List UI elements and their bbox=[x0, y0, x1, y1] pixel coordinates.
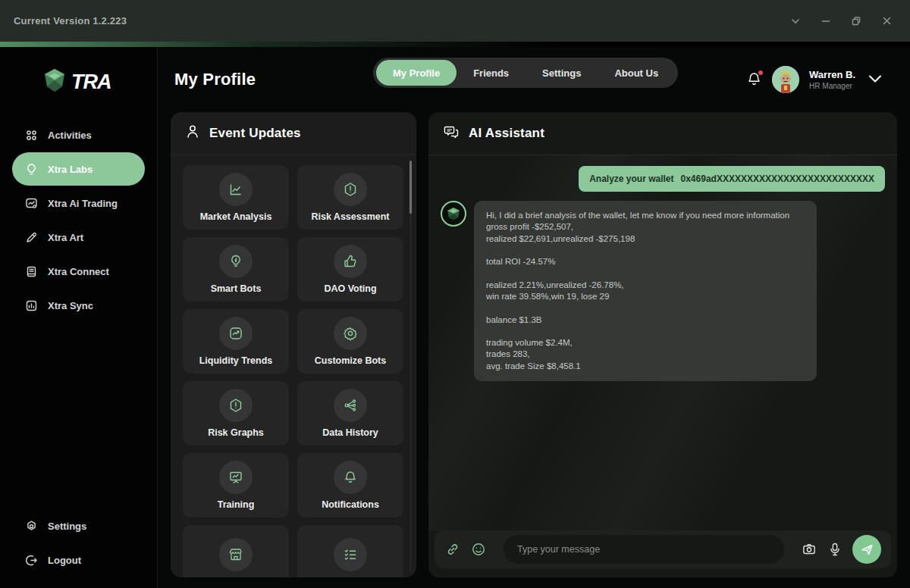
thumbs-up-icon bbox=[334, 245, 367, 278]
events-scrollbar-thumb[interactable] bbox=[410, 161, 412, 214]
card-label: Data History bbox=[322, 427, 378, 438]
card-label: Notifications bbox=[322, 499, 379, 510]
user-message-address: 0x469adXXXXXXXXXXXXXXXXXXXXXXXXXX bbox=[681, 174, 874, 184]
card-label: Customize Bots bbox=[315, 355, 386, 366]
main-header: My Profile My Profile Friends Settings A… bbox=[158, 47, 910, 112]
card-checklist[interactable] bbox=[297, 525, 403, 577]
ai-avatar bbox=[441, 201, 466, 227]
microphone-icon[interactable] bbox=[827, 541, 843, 558]
event-cards-grid: Market Analysis Risk Assessment Smart Bo… bbox=[171, 155, 416, 577]
user-name: Warren B. bbox=[809, 69, 855, 80]
sidebar-footer-nav: Settings Logout bbox=[0, 503, 157, 588]
maximize-icon[interactable] bbox=[846, 11, 866, 31]
checklist-icon bbox=[334, 538, 367, 571]
card-customize-bots[interactable]: Customize Bots bbox=[297, 309, 403, 374]
card-liquidity-trends[interactable]: Liquidity Trends bbox=[183, 309, 289, 374]
sidebar-item-xtra-labs[interactable]: Xtra Labs bbox=[12, 152, 145, 186]
sidebar-item-label: Xtra Labs bbox=[48, 164, 93, 175]
tab-settings[interactable]: Settings bbox=[526, 60, 598, 86]
send-button[interactable] bbox=[852, 535, 881, 564]
card-training[interactable]: Training bbox=[183, 453, 289, 518]
camera-icon[interactable] bbox=[801, 541, 817, 558]
sidebar-item-activities[interactable]: Activities bbox=[12, 118, 145, 152]
card-smart-bots[interactable]: Smart Bots bbox=[183, 237, 289, 302]
card-marketplace[interactable] bbox=[183, 525, 289, 577]
user-message-text: Analyze your wallet bbox=[589, 174, 673, 184]
sidebar-spacer bbox=[0, 323, 157, 503]
card-notifications[interactable]: Notifications bbox=[297, 453, 403, 518]
data-nodes-icon bbox=[334, 389, 367, 422]
ai-message-bubble: Hi, I did a brief analysis of the wallet… bbox=[474, 201, 817, 381]
message-input-bar bbox=[435, 530, 891, 568]
event-updates-panel: Event Updates Market Analysis Risk Asses bbox=[171, 112, 416, 577]
event-updates-title: Event Updates bbox=[209, 126, 301, 141]
card-risk-assessment[interactable]: Risk Assessment bbox=[297, 165, 403, 230]
sidebar-item-xtra-sync[interactable]: Xtra Sync bbox=[12, 289, 145, 322]
card-dao-voting[interactable]: DAO Voting bbox=[297, 237, 403, 302]
sidebar-nav: Activities Xtra Labs Xtra Ai Trading Xtr… bbox=[0, 112, 157, 323]
message-input[interactable] bbox=[504, 535, 784, 564]
user-cluster: Warren B. HR Manager bbox=[747, 66, 882, 93]
hexagon-alert-icon bbox=[334, 173, 367, 206]
app-version-label: Current Version 1.2.223 bbox=[14, 15, 127, 27]
card-label: Market Analysis bbox=[200, 211, 272, 222]
accent-gradient-strip bbox=[0, 42, 910, 47]
user-role: HR Manager bbox=[809, 82, 855, 90]
link-icon[interactable] bbox=[444, 541, 461, 558]
card-risk-graphs[interactable]: Risk Graphs bbox=[183, 381, 289, 446]
gear-icon bbox=[24, 519, 38, 533]
trading-chart-icon bbox=[24, 196, 38, 210]
line-chart-icon bbox=[219, 173, 253, 206]
brand-logo-text: TRA bbox=[71, 70, 111, 94]
tab-friends[interactable]: Friends bbox=[457, 60, 526, 86]
sidebar-item-label: Xtra Art bbox=[48, 232, 83, 243]
events-scrollbar-track[interactable] bbox=[410, 161, 412, 571]
tab-about-us[interactable]: About Us bbox=[598, 60, 675, 86]
bell-icon bbox=[334, 461, 367, 494]
sidebar: TRA Activities Xtra Labs Xtra Ai Trading bbox=[0, 47, 158, 588]
logout-icon bbox=[24, 553, 38, 567]
hexagon-alert-icon bbox=[219, 389, 253, 422]
ai-assistant-title: AI Assistant bbox=[469, 126, 544, 141]
tab-my-profile[interactable]: My Profile bbox=[376, 60, 457, 86]
brand-logo: TRA bbox=[0, 47, 157, 112]
sidebar-item-label: Xtra Ai Trading bbox=[48, 198, 118, 209]
card-label: Liquidity Trends bbox=[199, 355, 273, 366]
chat-bubbles-icon bbox=[444, 125, 459, 142]
sidebar-item-xtra-connect[interactable]: Xtra Connect bbox=[12, 255, 145, 288]
ai-message-row: Hi, I did a brief analysis of the wallet… bbox=[441, 201, 885, 381]
notification-bell-icon[interactable] bbox=[747, 71, 762, 88]
main-area: My Profile My Profile Friends Settings A… bbox=[158, 47, 910, 588]
sidebar-item-settings[interactable]: Settings bbox=[12, 509, 145, 543]
trend-box-icon bbox=[219, 317, 253, 350]
minimize-icon[interactable] bbox=[816, 11, 836, 31]
person-icon bbox=[186, 124, 199, 142]
user-chevron-down-icon[interactable] bbox=[868, 73, 882, 86]
sidebar-item-logout[interactable]: Logout bbox=[12, 543, 145, 577]
pen-icon bbox=[24, 230, 38, 244]
sidebar-item-label: Activities bbox=[48, 130, 92, 141]
sidebar-item-label: Logout bbox=[48, 555, 81, 566]
emoji-icon[interactable] bbox=[470, 541, 487, 558]
card-data-history[interactable]: Data History bbox=[297, 381, 403, 446]
presentation-icon bbox=[219, 461, 253, 494]
sidebar-item-xtra-art[interactable]: Xtra Art bbox=[12, 220, 145, 254]
titlebar-chevron-down-icon[interactable] bbox=[786, 11, 805, 31]
sidebar-item-label: Xtra Sync bbox=[48, 300, 93, 311]
content-row: Event Updates Market Analysis Risk Asses bbox=[158, 112, 910, 577]
avatar[interactable] bbox=[772, 66, 799, 93]
card-label: Risk Assessment bbox=[311, 211, 389, 222]
card-label: Smart Bots bbox=[211, 283, 262, 294]
smart-bulb-icon bbox=[219, 245, 253, 278]
sidebar-item-label: Xtra Connect bbox=[48, 266, 109, 277]
card-label: DAO Voting bbox=[324, 283, 376, 294]
ai-assistant-panel: AI Assistant Analyze your wallet 0x469ad… bbox=[428, 112, 897, 577]
user-message-bubble: Analyze your wallet 0x469adXXXXXXXXXXXXX… bbox=[579, 166, 885, 192]
card-label: Training bbox=[218, 499, 255, 510]
page-title: My Profile bbox=[174, 70, 256, 89]
sidebar-item-xtra-ai-trading[interactable]: Xtra Ai Trading bbox=[12, 186, 145, 220]
close-icon[interactable] bbox=[877, 11, 896, 31]
window-controls bbox=[786, 11, 896, 31]
card-market-analysis[interactable]: Market Analysis bbox=[183, 165, 289, 230]
profile-tab-bar: My Profile Friends Settings About Us bbox=[373, 58, 678, 88]
